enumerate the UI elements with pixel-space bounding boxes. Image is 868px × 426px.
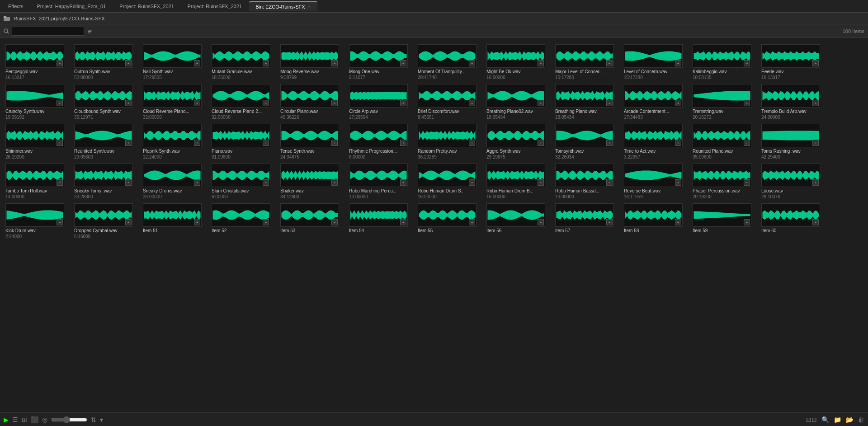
svg-rect-1 <box>4 16 6 18</box>
thumbnail: + <box>761 44 820 68</box>
media-item[interactable]: + Item 54 <box>346 201 415 241</box>
media-item[interactable]: + Robo Marching Percu... 13:00000 <box>346 162 415 201</box>
media-item[interactable]: + Reverse Beat.wav 16:11959 <box>621 162 690 201</box>
media-item[interactable]: + Tremstring.wav 20:16272 <box>690 82 759 122</box>
media-item[interactable]: + Item 58 <box>621 201 690 241</box>
media-item[interactable]: + Piano.wav 31:09600 <box>209 122 278 162</box>
media-item[interactable]: + Major Level of Concer... 15:17280 <box>552 42 621 82</box>
media-item[interactable]: + Loose.wav 28:10376 <box>759 162 827 201</box>
media-item[interactable]: + Reunited Piano.wav 35:09600 <box>690 122 759 162</box>
media-item[interactable]: + Tomsynth.wav 32:26034 <box>552 122 621 162</box>
tab-bin-ezco[interactable]: Bin: EZCO-Ruins-SFX ≡ <box>249 1 317 11</box>
media-item[interactable]: + Item 57 <box>552 201 621 241</box>
media-item[interactable]: + Kalimbeggio.wav 10:08135 <box>690 42 759 82</box>
media-item[interactable]: + Circular Piano.wav 40:36226 <box>278 82 346 122</box>
badge-icon: + <box>57 219 63 225</box>
media-item[interactable]: + Slam Crystals.wav 6:00000 <box>209 162 278 201</box>
folder-bottom-icon[interactable]: 📁 <box>834 416 841 423</box>
media-item[interactable]: + Item 59 <box>690 201 759 241</box>
media-item[interactable]: + Phaser Percussion.wav 20:19200 <box>690 162 759 201</box>
media-item[interactable]: + Dropped Cymbal.wav 6:16000 <box>71 201 140 241</box>
filter-icon[interactable]: ▾ <box>100 416 103 423</box>
media-item[interactable]: + Cloud Reverse Piano 2... 32:00000 <box>209 82 278 122</box>
tab-effects[interactable]: Effects <box>2 2 29 11</box>
media-item[interactable]: + Might Be Ok.wav 16:00000 <box>484 42 552 82</box>
media-item[interactable]: + Eeerie.wav 16:13017 <box>759 42 827 82</box>
metadata-icon[interactable]: ◎ <box>42 416 47 423</box>
tab-close-icon[interactable]: ≡ <box>308 5 311 9</box>
media-name: Phaser Percussion.wav <box>693 188 740 194</box>
new-bin-icon[interactable]: 📂 <box>846 416 854 423</box>
media-name: Item 59 <box>693 228 708 234</box>
media-item[interactable]: + Cloudbound Synth.wav 35:12971 <box>71 82 140 122</box>
media-item[interactable]: + Sneaky Toms .wav 33:28800 <box>71 162 140 201</box>
media-item[interactable]: + Level of Concern.wav 15:17280 <box>621 42 690 82</box>
media-item[interactable]: + Plopnik Synth.wav 12:24000 <box>140 122 209 162</box>
media-item[interactable]: + Breathing Piano.wav 18:05434 <box>552 82 621 122</box>
media-duration: 26:19200 <box>5 154 24 160</box>
badge-icon: + <box>400 140 406 146</box>
media-name: Circle Arp.wav <box>349 108 378 114</box>
media-item[interactable]: + Moog Reverse.wav 9:38769 <box>278 42 346 82</box>
media-item[interactable]: + Cloud Reverse Piano... 32:00000 <box>140 82 209 122</box>
media-item[interactable]: + Mutant Granule.wav 18:36000 <box>209 42 278 82</box>
media-item[interactable]: + Toms Rushing .wav 42:29400 <box>759 122 827 162</box>
media-item[interactable]: + Kick Drum.wav 2:24000 <box>3 201 71 241</box>
media-item[interactable]: + Rhythmic Progression... 8:00000 <box>346 122 415 162</box>
media-item[interactable]: + Percpeggio.wav 16:13017 <box>3 42 71 82</box>
waveform-icon <box>624 84 682 107</box>
tab-project-ruins-2[interactable]: Project: RuinsSFX_2021 <box>181 2 248 11</box>
media-item[interactable]: + Time to Act.wav 3:22957 <box>621 122 690 162</box>
media-item[interactable]: + Nail Synth.wav 17:29505 <box>140 42 209 82</box>
sort-icon[interactable]: ⇅ <box>91 416 96 423</box>
media-item[interactable]: + Crunchy Synth.wav 19:39192 <box>3 82 71 122</box>
media-item[interactable]: + Item 51 <box>140 201 209 241</box>
tab-project-happy[interactable]: Project: HappyEditing_Ezra_01 <box>30 2 112 11</box>
media-duration: 18:36000 <box>212 75 231 80</box>
search-input[interactable] <box>12 27 84 36</box>
media-item[interactable]: + Item 60 <box>759 201 827 241</box>
media-item[interactable]: + Arcade Contentment... 17:34483 <box>621 82 690 122</box>
search-bottom-icon[interactable]: 🔍 <box>821 416 829 423</box>
preview-icon[interactable]: ⬛ <box>31 416 38 423</box>
tab-project-ruins-1[interactable]: Project: RuinsSFX_2021 <box>113 2 180 11</box>
media-item[interactable]: + Item 56 <box>484 201 552 241</box>
media-item[interactable]: + Robo Human Drum S... 16:00000 <box>415 162 484 201</box>
media-item[interactable]: + Outrun Synth.wav 52:00000 <box>71 42 140 82</box>
media-item[interactable]: + Random Pretty.wav 36:29289 <box>415 122 484 162</box>
media-item[interactable]: + Sneaky Drums.wav 36:00000 <box>140 162 209 201</box>
thumbnail: + <box>143 124 202 147</box>
media-item[interactable]: + Tambo Tom Roll.wav 14:00000 <box>3 162 71 201</box>
media-item[interactable]: + Robo Human Bassd... 13:00000 <box>552 162 621 201</box>
search-options-icon[interactable] <box>87 28 93 34</box>
badge-icon: + <box>194 219 200 225</box>
delete-icon[interactable]: 🗑 <box>858 416 864 423</box>
media-item[interactable]: + Moment Of Tranquility... 20:41740 <box>415 42 484 82</box>
media-item[interactable]: + Shaker.wav 34:12600 <box>278 162 346 201</box>
media-item[interactable]: + Tremolo Build Arp.wav 24:00000 <box>759 82 827 122</box>
media-item[interactable]: + Circle Arp.wav 17:29504 <box>346 82 415 122</box>
media-duration: 13:00000 <box>555 194 574 200</box>
media-item[interactable]: + Item 55 <box>415 201 484 241</box>
thumbnail: + <box>418 84 476 108</box>
thumbnail: + <box>761 203 820 227</box>
media-item[interactable]: + Shimmer.wav 26:19200 <box>3 122 71 162</box>
play-icon[interactable]: ▶ <box>4 416 9 423</box>
media-name: Shimmer.wav <box>5 148 33 154</box>
media-item[interactable]: + Robo Human Drum B... 16:00000 <box>484 162 552 201</box>
media-item[interactable]: + Brief Discomfort.wav 8:45581 <box>415 82 484 122</box>
media-item[interactable]: + Reunited Synth.wav 29:09600 <box>71 122 140 162</box>
media-item[interactable]: + Moog One.wav 9:11077 <box>346 42 415 82</box>
media-grid: + Percpeggio.wav 16:13017 + Outrun Synth… <box>0 38 868 412</box>
media-item[interactable]: + Aggro Synth.wav 29:19875 <box>484 122 552 162</box>
media-item[interactable]: + Breathing Piano02.wav 18:05434 <box>484 82 552 122</box>
media-item[interactable]: + Tense Synth.wav 24:34875 <box>278 122 346 162</box>
media-name: Tambo Tom Roll.wav <box>5 188 47 194</box>
list-view-icon[interactable]: ☰ <box>12 416 18 423</box>
media-item[interactable]: + Item 53 <box>278 201 346 241</box>
media-item[interactable]: + Item 52 <box>209 201 278 241</box>
thumbnail-size-icon[interactable]: ⊟⊟ <box>806 416 817 423</box>
zoom-slider[interactable] <box>51 416 87 423</box>
grid-view-icon[interactable]: ⊞ <box>22 416 27 423</box>
media-name: Circular Piano.wav <box>280 108 318 114</box>
